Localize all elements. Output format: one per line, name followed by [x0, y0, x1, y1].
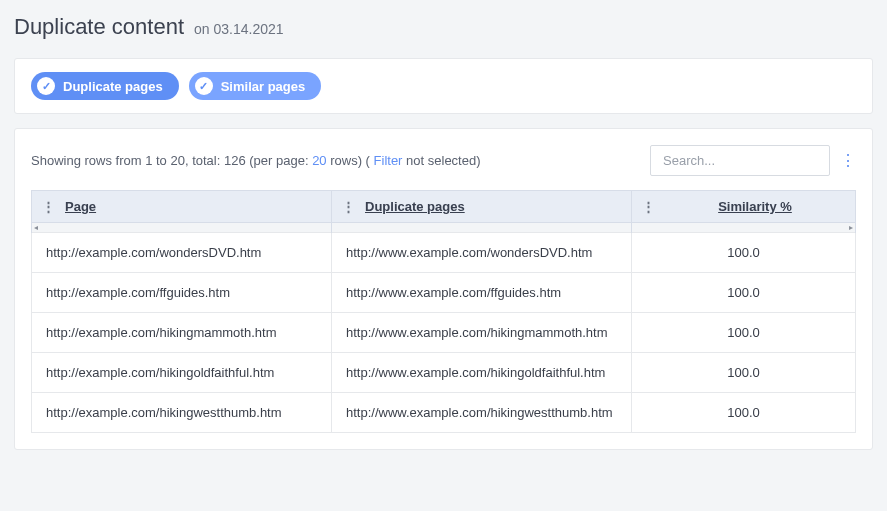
table-menu-icon[interactable]: ⋮	[840, 151, 856, 170]
cell-duplicate: http://www.example.com/hikingwestthumb.h…	[332, 393, 632, 433]
table-row: http://example.com/wondersDVD.htmhttp://…	[32, 233, 856, 273]
filter-link[interactable]: Filter	[374, 153, 403, 168]
column-menu-icon[interactable]: ⋮	[342, 199, 355, 214]
column-menu-icon[interactable]: ⋮	[42, 199, 55, 214]
table-row: http://example.com/hikingwestthumb.htmht…	[32, 393, 856, 433]
th-label[interactable]: Page	[65, 199, 96, 214]
column-menu-icon[interactable]: ⋮	[642, 199, 655, 214]
th-label[interactable]: Duplicate pages	[365, 199, 465, 214]
cell-page: http://example.com/hikingmammoth.htm	[32, 313, 332, 353]
page-title: Duplicate content	[14, 14, 184, 40]
th-label[interactable]: Similarity %	[718, 199, 792, 214]
duplicate-table: ⋮ Page ⋮ Duplicate pages ⋮ Similar	[31, 190, 856, 433]
table-row: http://example.com/hikingmammoth.htmhttp…	[32, 313, 856, 353]
cell-page: http://example.com/ffguides.htm	[32, 273, 332, 313]
rows-info: Showing rows from 1 to 20, total: 126 (p…	[31, 153, 481, 168]
th-page[interactable]: ⋮ Page	[32, 191, 332, 223]
pill-similar-pages[interactable]: ✓ Similar pages	[189, 72, 322, 100]
page-header: Duplicate content on 03.14.2021	[14, 14, 873, 40]
cell-page: http://example.com/hikingwestthumb.htm	[32, 393, 332, 433]
cell-page: http://example.com/hikingoldfaithful.htm	[32, 353, 332, 393]
cell-similarity: 100.0	[632, 233, 856, 273]
check-icon: ✓	[37, 77, 55, 95]
per-page-link[interactable]: 20	[312, 153, 326, 168]
th-similarity[interactable]: ⋮ Similarity %	[632, 191, 856, 223]
page-date: on 03.14.2021	[194, 21, 284, 37]
cell-similarity: 100.0	[632, 313, 856, 353]
table-row: http://example.com/ffguides.htmhttp://ww…	[32, 273, 856, 313]
pill-label: Duplicate pages	[63, 79, 163, 94]
cell-similarity: 100.0	[632, 353, 856, 393]
cell-page: http://example.com/wondersDVD.htm	[32, 233, 332, 273]
cell-duplicate: http://www.example.com/ffguides.htm	[332, 273, 632, 313]
table-toolbar: Showing rows from 1 to 20, total: 126 (p…	[31, 145, 856, 176]
filter-pill-card: ✓ Duplicate pages ✓ Similar pages	[14, 58, 873, 114]
search-input[interactable]	[650, 145, 830, 176]
cell-duplicate: http://www.example.com/wondersDVD.htm	[332, 233, 632, 273]
cell-similarity: 100.0	[632, 393, 856, 433]
pill-duplicate-pages[interactable]: ✓ Duplicate pages	[31, 72, 179, 100]
cell-duplicate: http://www.example.com/hikingoldfaithful…	[332, 353, 632, 393]
horizontal-scroll-indicator[interactable]: ◂ ▸	[32, 223, 856, 233]
cell-similarity: 100.0	[632, 273, 856, 313]
th-duplicate[interactable]: ⋮ Duplicate pages	[332, 191, 632, 223]
table-row: http://example.com/hikingoldfaithful.htm…	[32, 353, 856, 393]
check-icon: ✓	[195, 77, 213, 95]
table-card: Showing rows from 1 to 20, total: 126 (p…	[14, 128, 873, 450]
cell-duplicate: http://www.example.com/hikingmammoth.htm	[332, 313, 632, 353]
pill-label: Similar pages	[221, 79, 306, 94]
